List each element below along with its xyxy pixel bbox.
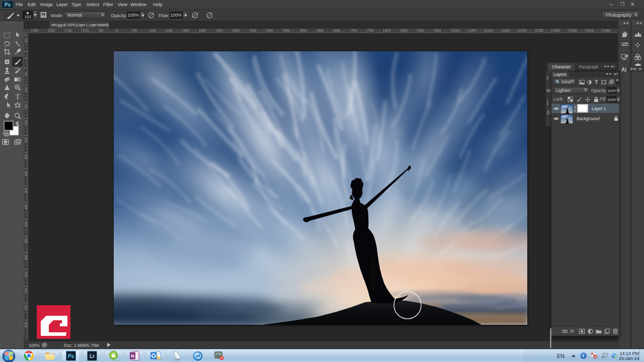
svg-text:T: T (15, 93, 20, 101)
svg-text:N: N (131, 353, 134, 358)
